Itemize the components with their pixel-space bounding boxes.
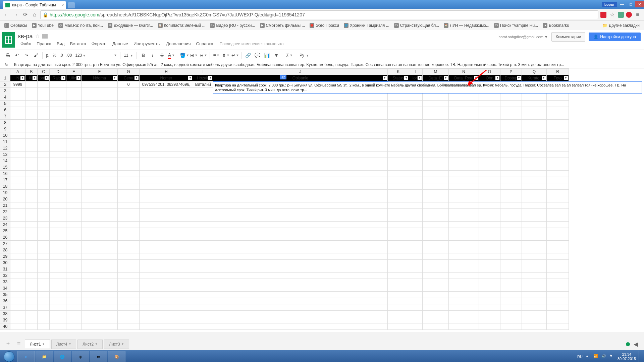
cell[interactable] <box>388 202 409 209</box>
cell[interactable] <box>449 273 479 279</box>
row-header[interactable]: 38 <box>0 311 10 317</box>
cell[interactable] <box>38 152 50 158</box>
align-button[interactable]: ≡▼ <box>212 51 221 60</box>
cell[interactable] <box>50 177 66 183</box>
cell[interactable] <box>213 126 388 132</box>
cell[interactable] <box>25 202 38 209</box>
cell[interactable] <box>388 120 409 126</box>
cell[interactable] <box>547 158 569 164</box>
cell[interactable] <box>50 292 66 298</box>
cell[interactable] <box>423 266 449 273</box>
cell[interactable] <box>449 304 479 311</box>
cell[interactable] <box>82 196 118 202</box>
cell[interactable] <box>10 253 25 260</box>
filter-header[interactable]: Ndoma▾ <box>82 75 118 81</box>
cell[interactable] <box>66 285 82 292</box>
bookmark-item[interactable]: 🏠ЛУН — Недвижимо... <box>442 22 491 28</box>
cell[interactable] <box>118 317 140 323</box>
cell[interactable] <box>38 183 50 190</box>
taskbar-chrome[interactable]: 🌐 <box>54 351 71 362</box>
cell[interactable] <box>213 241 388 247</box>
cell[interactable] <box>193 107 213 113</box>
cell[interactable] <box>479 215 500 222</box>
cell[interactable] <box>547 273 569 279</box>
filter-button[interactable]: ▼ <box>272 51 281 60</box>
cell[interactable] <box>409 171 423 177</box>
row-header[interactable]: 34 <box>0 285 10 292</box>
cell[interactable] <box>409 145 423 152</box>
cell[interactable] <box>547 298 569 304</box>
cell[interactable] <box>38 202 50 209</box>
cell[interactable] <box>522 241 547 247</box>
cell[interactable] <box>479 253 500 260</box>
cell[interactable]: Виталий <box>193 81 213 88</box>
cell[interactable] <box>213 107 388 113</box>
explore-button[interactable]: ◀ <box>631 340 641 349</box>
cell[interactable] <box>66 88 82 94</box>
cell[interactable] <box>10 311 25 317</box>
cell[interactable] <box>82 145 118 152</box>
cell[interactable] <box>423 107 449 113</box>
cell[interactable] <box>500 247 522 253</box>
cell[interactable] <box>10 152 25 158</box>
filter-header[interactable]: Data_Real▾ <box>449 75 479 81</box>
cell[interactable] <box>500 171 522 177</box>
cell[interactable] <box>213 183 388 190</box>
chart-button[interactable]: 📊 <box>263 51 271 60</box>
cell[interactable] <box>409 292 423 298</box>
cell[interactable] <box>140 183 193 190</box>
cell[interactable] <box>479 126 500 132</box>
row-header[interactable]: 23 <box>0 215 10 222</box>
cell[interactable] <box>409 202 423 209</box>
cell[interactable] <box>213 304 388 311</box>
cell[interactable] <box>10 266 25 273</box>
cell[interactable] <box>500 101 522 107</box>
col-header[interactable]: G <box>118 69 140 75</box>
cell[interactable] <box>25 171 38 177</box>
cell[interactable] <box>479 177 500 183</box>
col-header[interactable]: A <box>10 69 25 75</box>
cell[interactable] <box>50 196 66 202</box>
cell[interactable] <box>38 145 50 152</box>
cell[interactable] <box>82 120 118 126</box>
cell[interactable] <box>10 304 25 311</box>
cell[interactable] <box>423 247 449 253</box>
cell[interactable] <box>388 317 409 323</box>
cell[interactable] <box>66 139 82 145</box>
cell[interactable] <box>38 126 50 132</box>
cell[interactable] <box>479 323 500 330</box>
cell[interactable] <box>423 164 449 171</box>
filter-header[interactable]: Obn▾ <box>479 75 500 81</box>
cell[interactable] <box>193 311 213 317</box>
cell[interactable] <box>479 222 500 228</box>
row-header[interactable]: 24 <box>0 222 10 228</box>
cell[interactable] <box>38 253 50 260</box>
cell[interactable] <box>500 260 522 266</box>
cell[interactable] <box>118 292 140 298</box>
functions-button[interactable]: Σ▼ <box>285 51 294 60</box>
cell[interactable] <box>82 190 118 196</box>
cell[interactable] <box>522 228 547 234</box>
cell[interactable] <box>423 145 449 152</box>
cell[interactable] <box>409 273 423 279</box>
format-number-button[interactable]: 123▼ <box>74 53 87 58</box>
row-header[interactable]: 18 <box>0 183 10 190</box>
cell[interactable] <box>449 113 479 120</box>
cell[interactable] <box>10 164 25 171</box>
cell[interactable] <box>50 120 66 126</box>
cell[interactable] <box>66 145 82 152</box>
cell[interactable] <box>140 126 193 132</box>
cell[interactable] <box>547 196 569 202</box>
cell[interactable] <box>522 132 547 139</box>
cell[interactable] <box>479 132 500 139</box>
row-header[interactable]: 26 <box>0 234 10 241</box>
cell[interactable] <box>193 177 213 183</box>
menu-Дополнения[interactable]: Дополнения <box>164 40 193 47</box>
cell[interactable] <box>500 234 522 241</box>
cell[interactable] <box>82 298 118 304</box>
cell[interactable] <box>500 222 522 228</box>
cell[interactable] <box>38 190 50 196</box>
cell[interactable] <box>66 273 82 279</box>
row-header[interactable]: 19 <box>0 190 10 196</box>
cell[interactable] <box>449 323 479 330</box>
